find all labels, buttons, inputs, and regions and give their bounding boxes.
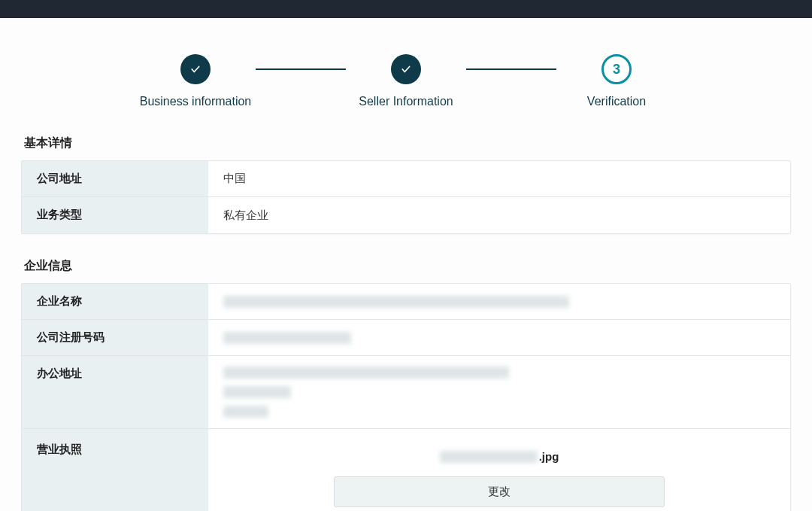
step-verification: 3 Verification [556, 54, 677, 108]
row-business-type: 业务类型 私有企业 [22, 197, 790, 233]
redacted-text [223, 332, 351, 344]
change-license-button[interactable]: 更改 [334, 476, 665, 507]
step-connector [256, 68, 346, 70]
page-container: Business information Seller Information … [0, 18, 812, 511]
value-business-license: .jpg 更改 [208, 429, 790, 511]
step-circle-done [391, 54, 421, 84]
step-business-information: Business information [135, 54, 256, 108]
value-business-type: 私有企业 [208, 197, 790, 233]
label-registration-no: 公司注册号码 [22, 320, 208, 355]
enterprise-panel: 企业名称 公司注册号码 办公地址 营业执照 [21, 283, 791, 511]
check-icon [189, 64, 202, 75]
value-office-address [208, 356, 790, 428]
redacted-text [223, 367, 509, 379]
step-label: Seller Information [359, 95, 453, 108]
step-circle-current: 3 [601, 54, 632, 84]
license-file-name: .jpg [440, 450, 559, 463]
step-circle-done [180, 54, 211, 84]
license-file-area: .jpg 更改 [223, 443, 775, 507]
row-office-address: 办公地址 [22, 356, 790, 429]
check-icon [399, 64, 413, 75]
app-topbar [0, 0, 812, 18]
row-company-address: 公司地址 中国 [22, 161, 790, 197]
row-registration-no: 公司注册号码 [22, 320, 790, 356]
label-company-address: 公司地址 [22, 161, 208, 196]
step-label: Verification [587, 95, 646, 108]
step-connector [466, 68, 556, 70]
step-label: Business information [140, 95, 252, 108]
label-office-address: 办公地址 [22, 356, 208, 428]
value-company-name [208, 284, 790, 319]
step-seller-information: Seller Information [346, 54, 466, 108]
value-registration-no [208, 320, 790, 355]
row-company-name: 企业名称 [22, 284, 790, 320]
redacted-text [440, 451, 538, 463]
basic-panel: 公司地址 中国 业务类型 私有企业 [21, 160, 791, 234]
redacted-text [223, 386, 291, 398]
license-file-suffix: .jpg [539, 450, 559, 463]
progress-stepper: Business information Seller Information … [21, 54, 791, 108]
label-business-license: 营业执照 [22, 429, 208, 511]
label-company-name: 企业名称 [22, 284, 208, 319]
section-title-enterprise: 企业信息 [24, 258, 791, 274]
row-business-license: 营业执照 .jpg 更改 [22, 429, 790, 511]
redacted-text [223, 296, 569, 308]
label-business-type: 业务类型 [22, 197, 208, 233]
section-title-basic: 基本详情 [24, 135, 791, 151]
redacted-text [223, 406, 268, 418]
value-company-address: 中国 [208, 161, 790, 196]
